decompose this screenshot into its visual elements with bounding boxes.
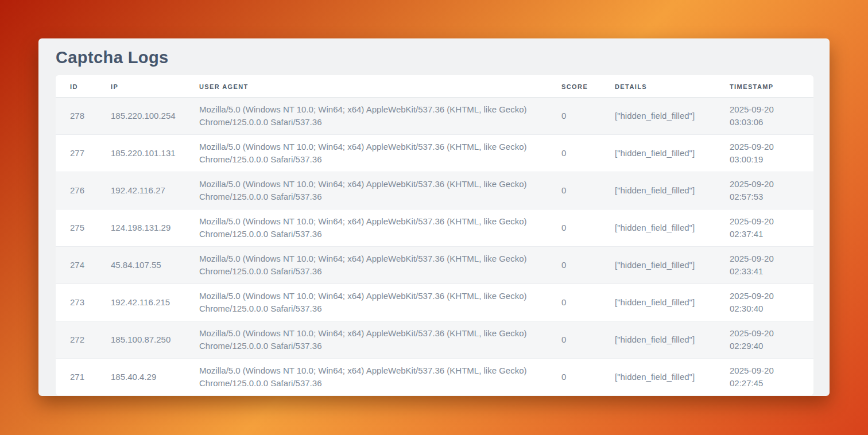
cell-ip: 45.84.107.55 [96,247,185,284]
cell-score: 0 [547,172,600,209]
cell-timestamp: 2025-09-20 03:00:19 [715,135,813,172]
table-row: 271185.40.4.29Mozilla/5.0 (Windows NT 10… [56,359,813,395]
cell-user_agent: Mozilla/5.0 (Windows NT 10.0; Win64; x64… [185,284,547,321]
cell-score: 0 [547,247,600,284]
cell-id: 272 [56,321,96,359]
cell-ip: 192.42.116.27 [96,172,185,209]
table-row: 273192.42.116.215Mozilla/5.0 (Windows NT… [56,284,813,321]
cell-user_agent: Mozilla/5.0 (Windows NT 10.0; Win64; x64… [185,135,547,172]
table-body: 278185.220.100.254Mozilla/5.0 (Windows N… [56,98,813,395]
cell-details: ["hidden_field_filled"] [600,284,715,321]
table-row: 272185.100.87.250Mozilla/5.0 (Windows NT… [56,321,813,359]
cell-timestamp: 2025-09-20 02:30:40 [715,284,813,321]
cell-ip: 192.42.116.215 [96,284,185,321]
table-row: 277185.220.101.131Mozilla/5.0 (Windows N… [56,135,813,172]
cell-ip: 185.220.100.254 [96,98,185,135]
table-header-row: IDIPUSER AGENTSCOREDETAILSTIMESTAMP [56,75,813,98]
table-row: 27445.84.107.55Mozilla/5.0 (Windows NT 1… [56,247,813,284]
column-header-id: ID [56,75,96,98]
cell-score: 0 [547,359,600,395]
table-row: 275124.198.131.29Mozilla/5.0 (Windows NT… [56,209,813,247]
captcha-logs-table-container: IDIPUSER AGENTSCOREDETAILSTIMESTAMP 2781… [56,75,813,395]
column-header-score: SCORE [547,75,600,98]
cell-id: 273 [56,284,96,321]
table-row: 276192.42.116.27Mozilla/5.0 (Windows NT … [56,172,813,209]
cell-user_agent: Mozilla/5.0 (Windows NT 10.0; Win64; x64… [185,98,547,135]
cell-details: ["hidden_field_filled"] [600,135,715,172]
cell-details: ["hidden_field_filled"] [600,359,715,395]
cell-timestamp: 2025-09-20 03:03:06 [715,98,813,135]
cell-id: 274 [56,247,96,284]
page-background: { "page": { "title": "Captcha Logs" }, "… [0,0,868,435]
cell-ip: 185.40.4.29 [96,359,185,395]
cell-id: 278 [56,98,96,135]
cell-user_agent: Mozilla/5.0 (Windows NT 10.0; Win64; x64… [185,321,547,359]
cell-id: 276 [56,172,96,209]
cell-score: 0 [547,209,600,247]
cell-details: ["hidden_field_filled"] [600,172,715,209]
column-header-details: DETAILS [600,75,715,98]
column-header-timestamp: TIMESTAMP [715,75,813,98]
cell-timestamp: 2025-09-20 02:27:45 [715,359,813,395]
cell-details: ["hidden_field_filled"] [600,247,715,284]
cell-timestamp: 2025-09-20 02:37:41 [715,209,813,247]
cell-score: 0 [547,135,600,172]
cell-details: ["hidden_field_filled"] [600,98,715,135]
cell-user_agent: Mozilla/5.0 (Windows NT 10.0; Win64; x64… [185,172,547,209]
table-row: 278185.220.100.254Mozilla/5.0 (Windows N… [56,98,813,135]
cell-ip: 124.198.131.29 [96,209,185,247]
cell-id: 275 [56,209,96,247]
cell-user_agent: Mozilla/5.0 (Windows NT 10.0; Win64; x64… [185,247,547,284]
cell-score: 0 [547,98,600,135]
cell-timestamp: 2025-09-20 02:33:41 [715,247,813,284]
cell-score: 0 [547,284,600,321]
cell-score: 0 [547,321,600,359]
cell-user_agent: Mozilla/5.0 (Windows NT 10.0; Win64; x64… [185,209,547,247]
captcha-logs-table: IDIPUSER AGENTSCOREDETAILSTIMESTAMP 2781… [56,75,813,395]
cell-details: ["hidden_field_filled"] [600,321,715,359]
captcha-logs-card: Captcha Logs IDIPUSER AGENTSCOREDETAILST… [38,38,830,396]
cell-id: 277 [56,135,96,172]
page-title: Captcha Logs [56,46,812,69]
column-header-user_agent: USER AGENT [185,75,547,98]
cell-timestamp: 2025-09-20 02:57:53 [715,172,813,209]
cell-ip: 185.220.101.131 [96,135,185,172]
column-header-ip: IP [96,75,185,98]
cell-timestamp: 2025-09-20 02:29:40 [715,321,813,359]
cell-details: ["hidden_field_filled"] [600,209,715,247]
cell-ip: 185.100.87.250 [96,321,185,359]
cell-user_agent: Mozilla/5.0 (Windows NT 10.0; Win64; x64… [185,359,547,395]
cell-id: 271 [56,359,96,395]
